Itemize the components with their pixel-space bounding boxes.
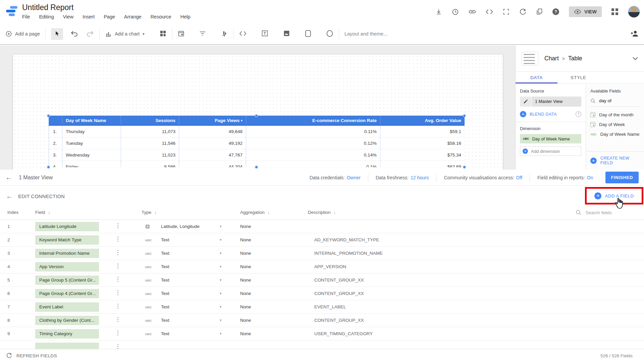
field-aggregation[interactable]: None [240,278,251,283]
header-type[interactable]: Type↓ [142,210,157,215]
field-aggregation[interactable]: None [240,331,251,336]
rectangle-tool-button[interactable] [305,30,311,38]
edit-connection-button[interactable]: ← EDIT CONNECTION [6,192,65,200]
available-field-day-of-month[interactable]: Day of the month [590,110,640,120]
data-control-button[interactable] [221,30,228,38]
blend-help-icon[interactable]: ? [576,111,581,117]
data-credentials[interactable]: Data credentials: Owner [302,175,368,180]
menu-page[interactable]: Page [104,14,115,19]
menu-editing[interactable]: Editing [39,14,54,19]
field-menu-icon[interactable] [117,250,118,255]
field-editing-in-reports[interactable]: Field editing in reports: On [530,175,600,180]
field-name-chip[interactable]: Event Label [35,302,99,312]
field-description[interactable]: AD_KEYWORD_MATCH_TYPE [314,237,379,242]
selection-handle[interactable] [255,114,258,117]
chevron-down-icon[interactable]: ▾ [220,291,222,296]
field-type-select[interactable]: Text [161,331,169,336]
field-name-chip[interactable]: Timing Category [35,329,99,339]
filter-control-button[interactable] [199,31,206,37]
field-menu-icon[interactable] [117,317,118,322]
link-icon[interactable] [469,8,476,15]
field-aggregation[interactable]: None [240,291,251,296]
field-menu-icon[interactable] [117,290,118,295]
text-tool-button[interactable] [261,30,268,38]
data-freshness[interactable]: Data freshness: 12 hours [368,175,436,180]
field-type-select[interactable]: Latitude, Longitude [161,224,200,229]
chevron-down-icon[interactable]: ▾ [220,238,222,242]
url-embed-button[interactable] [239,31,247,37]
field-aggregation[interactable]: None [240,237,251,242]
date-range-control-button[interactable] [178,30,184,38]
header-aggregation[interactable]: Aggregation↓ [240,210,270,215]
add-page-button[interactable]: Add a page [5,31,40,37]
report-canvas[interactable]: Day of Week Name Sessions Page Views ▾ E… [0,46,515,170]
field-name-chip[interactable]: Page Group 4 (Content Gr... [35,289,99,298]
community-visualizations-button[interactable] [159,30,167,38]
history-icon[interactable] [452,8,459,15]
edit-pencil-icon[interactable] [520,97,531,107]
select-tool-button[interactable] [51,28,63,40]
field-menu-icon[interactable] [117,330,118,336]
header-description[interactable]: Description↓ [308,210,336,215]
selection-handle[interactable] [255,166,258,169]
field-type-select[interactable]: Text [161,278,169,283]
field-name-chip[interactable]: Latitude Longitude [35,222,99,231]
field-menu-icon[interactable] [117,223,118,228]
chevron-down-icon[interactable] [633,56,638,62]
field-type-select[interactable]: Text [161,291,169,296]
menu-resource[interactable]: Resource [151,14,171,19]
breadcrumb-table[interactable]: Table [568,55,582,62]
chevron-down-icon[interactable]: ▾ [220,331,222,336]
field-name-chip[interactable]: Keyword Match Type [35,235,99,245]
back-arrow-icon[interactable]: ← [5,174,12,181]
dimension-chip[interactable]: ABC Day of Week Name [520,134,581,143]
embed-code-icon[interactable] [486,9,493,15]
chevron-down-icon[interactable]: ▾ [220,278,222,282]
field-name-chip[interactable]: Page Group 5 (Content Gr... [35,276,99,285]
chevron-down-icon[interactable]: ▾ [220,318,222,322]
tab-data[interactable]: DATA [516,72,557,83]
menu-view[interactable]: View [63,14,73,19]
chevron-down-icon[interactable]: ▾ [220,251,222,255]
fullscreen-icon[interactable] [503,8,509,15]
chevron-down-icon[interactable]: ▾ [220,305,222,309]
field-type-select[interactable]: Text [161,264,169,269]
help-icon[interactable]: ? [552,8,559,15]
field-aggregation[interactable]: None [240,318,251,323]
table-chart[interactable]: Day of Week Name Sessions Page Views ▾ E… [49,116,465,167]
create-new-field-button[interactable]: + CREATE NEW FIELD [586,151,644,170]
add-chart-button[interactable]: Add a chart ▾ [105,31,145,37]
selection-handle[interactable] [47,114,50,117]
chevron-down-icon[interactable]: ▾ [220,224,222,229]
chevron-down-icon[interactable]: ▾ [220,264,222,269]
undo-button[interactable] [70,30,78,38]
field-menu-icon[interactable] [117,263,118,268]
blend-data-button[interactable]: BLEND DATA [530,112,557,117]
refresh-fields-button[interactable]: REFRESH FIELDS [16,353,57,358]
field-search-input[interactable]: day of [590,97,640,107]
data-source-chip[interactable]: 1 Master View [520,97,581,107]
layout-theme-button[interactable]: Layout and theme... [344,31,387,37]
field-aggregation[interactable]: None [240,224,251,229]
field-type-select[interactable]: Text [161,318,169,323]
redo-button[interactable] [86,30,94,38]
menu-insert[interactable]: Insert [83,14,95,19]
field-aggregation[interactable]: None [240,251,251,256]
download-icon[interactable] [435,8,442,15]
selection-handle[interactable] [47,166,50,169]
menu-help[interactable]: Help [180,14,191,19]
field-description[interactable]: INTERNAL_PROMOTION_NAME [314,251,383,256]
field-description[interactable]: CONTENT_GROUP_XX [314,278,364,283]
field-description[interactable]: EVENT_LABEL [314,304,346,309]
data-studio-logo-icon[interactable] [5,5,18,17]
selection-handle[interactable] [463,114,466,117]
copy-report-icon[interactable] [536,8,543,15]
field-description[interactable]: APP_VERSION [314,264,346,269]
available-field-day-of-week[interactable]: Day of Week [590,120,640,129]
field-menu-icon[interactable] [117,304,118,309]
user-avatar[interactable] [628,6,640,18]
circle-tool-button[interactable] [326,30,333,38]
field-description[interactable]: USER_TIMING_CATEGORY [314,331,373,336]
refresh-icon[interactable] [519,8,526,15]
field-description[interactable]: CONTENT_GROUP_XX [314,291,364,296]
